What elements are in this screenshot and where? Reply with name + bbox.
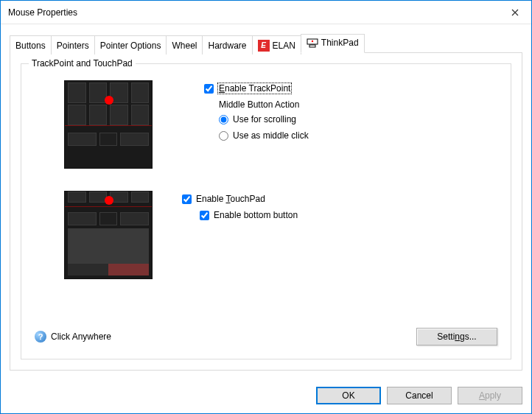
radio-use-for-scrolling[interactable]: Use for scrolling: [219, 114, 497, 124]
tab-label: Pointer Options: [100, 41, 161, 51]
click-anywhere-label: Click Anywhere: [51, 331, 111, 342]
thinkpad-icon: [307, 37, 318, 49]
apply-button[interactable]: Apply: [458, 387, 522, 404]
tab-label: Pointers: [57, 41, 89, 51]
tab-pointer-options[interactable]: Pointer Options: [94, 35, 167, 55]
tab-thinkpad[interactable]: ThinkPad: [301, 34, 365, 53]
enable-trackpoint-label: Enable TrackPoint: [218, 83, 291, 94]
titlebar: Mouse Properties: [1, 1, 531, 24]
elan-icon: E: [258, 40, 270, 52]
close-button[interactable]: [498, 1, 531, 24]
radio-label: Use as middle click: [233, 130, 309, 141]
enable-touchpad-input[interactable]: [182, 194, 192, 204]
trackpoint-dot-icon: [105, 96, 113, 105]
enable-touchpad-label: Enable TouchPad: [196, 194, 265, 204]
tab-pointers[interactable]: Pointers: [51, 35, 95, 55]
close-icon: [511, 9, 519, 16]
enable-trackpoint-input[interactable]: [204, 84, 214, 94]
trackpoint-preview: [64, 80, 153, 169]
enable-touchpad-checkbox[interactable]: Enable TouchPad: [182, 194, 497, 204]
settings-button[interactable]: Settings...: [416, 328, 497, 345]
trackpoint-section: Enable TrackPoint Middle Button Action U…: [35, 80, 497, 169]
cancel-button[interactable]: Cancel: [387, 387, 452, 404]
mouse-properties-dialog: Mouse Properties Buttons Pointers Pointe…: [0, 0, 532, 414]
groupbox-title: TrackPoint and TouchPad: [29, 58, 136, 69]
enable-bottom-button-checkbox[interactable]: Enable bottom button: [200, 210, 497, 220]
radio-use-as-middle-click-input[interactable]: [219, 131, 228, 141]
enable-trackpoint-checkbox[interactable]: Enable TrackPoint: [204, 83, 497, 94]
svg-point-2: [312, 41, 313, 42]
tab-hardware[interactable]: Hardware: [202, 35, 252, 55]
tab-wheel[interactable]: Wheel: [166, 35, 203, 55]
tab-label: Hardware: [208, 41, 246, 51]
radio-use-as-middle-click[interactable]: Use as middle click: [219, 130, 497, 141]
tab-label: Wheel: [172, 41, 197, 51]
help-icon: ?: [35, 331, 46, 343]
tab-panel-thinkpad: TrackPoint and TouchPad Enable TrackPoin…: [10, 52, 522, 371]
window-title: Mouse Properties: [8, 7, 498, 18]
trackpoint-dot-icon: [105, 196, 113, 205]
click-anywhere-link[interactable]: ? Click Anywhere: [35, 331, 111, 343]
svg-rect-1: [309, 45, 315, 47]
tab-label: Buttons: [15, 41, 46, 51]
tab-label: ELAN: [273, 41, 295, 51]
dialog-body: Buttons Pointers Pointer Options Wheel H…: [1, 24, 531, 379]
touchpad-section: Enable TouchPad Enable bottom button: [35, 191, 497, 279]
tab-buttons[interactable]: Buttons: [10, 35, 52, 55]
tab-label: ThinkPad: [321, 38, 359, 48]
group-trackpoint-touchpad: TrackPoint and TouchPad Enable TrackPoin…: [21, 63, 511, 359]
tab-elan[interactable]: E ELAN: [252, 35, 301, 55]
enable-bottom-button-input[interactable]: [200, 211, 209, 220]
dialog-button-row: OK Cancel Apply: [1, 379, 531, 413]
trackpoint-options: Enable TrackPoint Middle Button Action U…: [204, 80, 497, 147]
touchpad-preview: [64, 191, 153, 279]
middle-button-action-label: Middle Button Action: [219, 99, 497, 110]
touchpad-options: Enable TouchPad Enable bottom button: [182, 191, 497, 226]
ok-button[interactable]: OK: [316, 387, 381, 404]
group-bottom-row: ? Click Anywhere Settings...: [35, 328, 497, 345]
enable-bottom-button-label: Enable bottom button: [214, 210, 298, 220]
radio-label: Use for scrolling: [233, 114, 296, 124]
radio-use-for-scrolling-input[interactable]: [219, 115, 228, 124]
tab-strip: Buttons Pointers Pointer Options Wheel H…: [10, 34, 522, 53]
